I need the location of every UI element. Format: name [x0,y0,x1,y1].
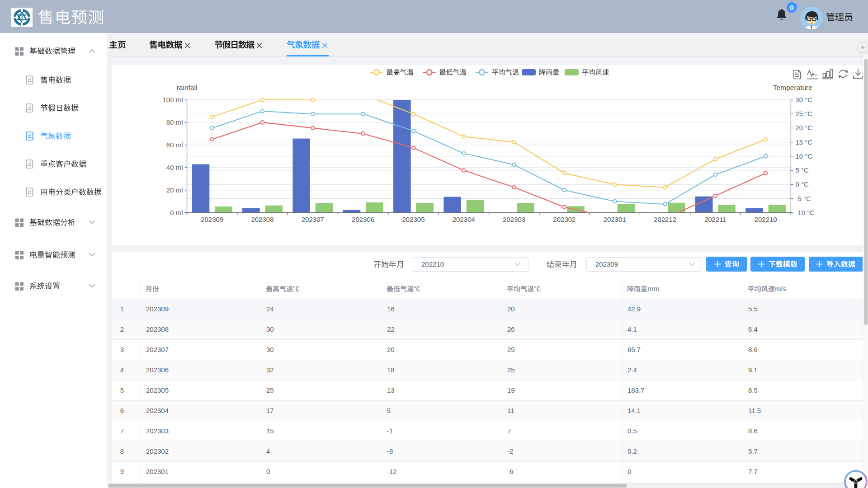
svg-text:20 ml: 20 ml [166,186,183,194]
svg-text:100 ml: 100 ml [162,96,183,103]
svg-text:25 °C: 25 °C [795,110,812,117]
svg-text:-5 °C: -5 °C [795,195,811,202]
svg-text:40 ml: 40 ml [166,164,183,171]
svg-text:0 ml: 0 ml [170,209,183,216]
svg-text:Temperature: Temperature [773,84,812,91]
svg-text:202303: 202303 [503,216,525,223]
svg-text:20 °C: 20 °C [795,124,812,131]
svg-text:202301: 202301 [604,216,626,223]
svg-text:30 °C: 30 °C [795,96,812,103]
svg-text:202211: 202211 [704,216,726,223]
svg-text:60 ml: 60 ml [166,141,183,149]
svg-text:202309: 202309 [201,216,223,223]
svg-text:202308: 202308 [251,216,274,223]
svg-text:5 °C: 5 °C [795,166,809,174]
svg-text:rainfall: rainfall [177,84,198,91]
svg-text:202212: 202212 [654,216,676,223]
svg-text:202305: 202305 [402,216,425,223]
svg-text:10 °C: 10 °C [795,152,812,160]
svg-text:0 °C: 0 °C [795,180,809,188]
svg-text:202304: 202304 [453,216,475,223]
svg-text:202302: 202302 [553,216,576,223]
svg-text:15 °C: 15 °C [795,138,812,146]
svg-text:202210: 202210 [755,216,777,223]
svg-text:202307: 202307 [302,216,324,223]
svg-text:-10 °C: -10 °C [795,209,815,216]
svg-text:80 ml: 80 ml [166,118,183,126]
svg-text:202306: 202306 [352,216,374,223]
